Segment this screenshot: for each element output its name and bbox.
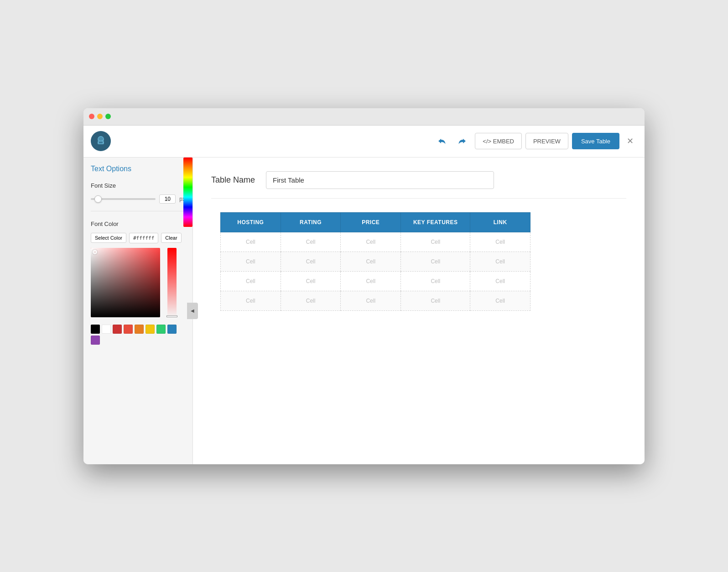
cell-2-2[interactable]: Cell [281,252,341,271]
preset-color-black[interactable] [91,325,100,334]
table-row: Cell Cell Cell Cell Cell [221,291,530,310]
cell-1-5[interactable]: Cell [470,232,530,252]
sidebar-title: Text Options [91,165,185,173]
cell-2-1[interactable]: Cell [221,252,281,271]
color-hex-display: #ffffff [129,233,158,243]
main-layout: Text Options Font Size px Font Color Sel… [83,157,645,464]
cell-2-4[interactable]: Cell [401,252,470,271]
font-color-label: Font Color [91,220,185,227]
cell-4-1[interactable]: Cell [221,291,281,310]
preset-color-green[interactable] [156,325,166,334]
alpha-bar[interactable] [167,248,177,317]
preset-color-dark-red[interactable] [113,325,122,334]
font-size-slider[interactable] [91,198,156,200]
font-size-input[interactable] [159,194,176,204]
font-size-label: Font Size [91,182,185,189]
close-window-button[interactable]: ✕ [623,134,637,148]
cell-1-2[interactable]: Cell [281,232,341,252]
cell-3-4[interactable]: Cell [401,271,470,291]
table-name-label: Table Name [211,175,255,185]
color-canvas-selector[interactable] [93,250,97,254]
embed-button[interactable]: </> EMBED [475,133,522,149]
col-header-key-features: KEY FEATURES [401,212,470,232]
cell-4-2[interactable]: Cell [281,291,341,310]
preset-color-white[interactable] [102,325,111,334]
cell-1-3[interactable]: Cell [341,232,401,252]
preset-color-red[interactable] [124,325,133,334]
color-gradient [91,248,160,317]
cell-4-5[interactable]: Cell [470,291,530,310]
font-color-section: Font Color Select Color #ffffff Clear [91,220,185,345]
table-header-row: HOSTING RATING PRICE KEY FEATURES LINK [221,212,530,232]
table-body: Cell Cell Cell Cell Cell Cell Cell Cell … [221,232,530,310]
traffic-lights [89,114,111,119]
sidebar-collapse-button[interactable]: ◀ [187,303,198,319]
cell-3-3[interactable]: Cell [341,271,401,291]
preset-color-yellow[interactable] [146,325,155,334]
cell-3-2[interactable]: Cell [281,271,341,291]
cell-3-1[interactable]: Cell [221,271,281,291]
preset-colors [91,325,185,345]
preset-color-orange[interactable] [135,325,144,334]
col-header-rating: RATING [281,212,341,232]
cell-3-5[interactable]: Cell [470,271,530,291]
content-area: Table Name HOSTING RATING PRICE KEY FEAT… [193,157,645,464]
col-header-hosting: HOSTING [221,212,281,232]
select-color-button[interactable]: Select Color [91,233,126,243]
main-window: </> EMBED PREVIEW Save Table ✕ Text Opti… [83,108,645,464]
data-table-wrapper: HOSTING RATING PRICE KEY FEATURES LINK C… [220,212,626,311]
minimize-button[interactable] [97,114,103,119]
color-picker-row [91,248,185,321]
save-table-button[interactable]: Save Table [572,133,619,149]
col-header-link: LINK [470,212,530,232]
table-name-input[interactable] [266,171,494,189]
color-spectrum-bar[interactable] [183,157,192,227]
logo-area [91,131,111,151]
clear-color-button[interactable]: Clear [161,233,181,243]
toolbar: </> EMBED PREVIEW Save Table ✕ [83,126,645,157]
data-table: HOSTING RATING PRICE KEY FEATURES LINK C… [220,212,530,311]
font-size-controls: px [91,194,185,204]
cell-4-4[interactable]: Cell [401,291,470,310]
logo-icon [91,131,111,151]
col-header-price: PRICE [341,212,401,232]
cell-2-5[interactable]: Cell [470,252,530,271]
cell-1-4[interactable]: Cell [401,232,470,252]
preset-color-blue[interactable] [167,325,177,334]
cell-2-3[interactable]: Cell [341,252,401,271]
preview-button[interactable]: PREVIEW [525,133,568,149]
toolbar-actions: </> EMBED PREVIEW Save Table ✕ [433,133,637,149]
undo-button[interactable] [433,134,450,148]
color-picker-canvas[interactable] [91,248,160,317]
font-size-section: Font Size px [91,182,185,211]
table-row: Cell Cell Cell Cell Cell [221,271,530,291]
table-row: Cell Cell Cell Cell Cell [221,252,530,271]
close-button[interactable] [89,114,94,119]
sidebar: Text Options Font Size px Font Color Sel… [83,157,193,464]
cell-4-3[interactable]: Cell [341,291,401,310]
titlebar [83,108,645,126]
cell-1-1[interactable]: Cell [221,232,281,252]
redo-button[interactable] [454,134,471,148]
table-row: Cell Cell Cell Cell Cell [221,232,530,252]
alpha-slider-thumb[interactable] [166,315,177,317]
table-head: HOSTING RATING PRICE KEY FEATURES LINK [221,212,530,232]
color-picker-controls: Select Color #ffffff Clear [91,233,185,243]
maximize-button[interactable] [105,114,111,119]
preset-color-purple[interactable] [91,336,100,345]
svg-point-2 [99,137,103,141]
svg-rect-3 [99,142,103,143]
table-name-row: Table Name [211,171,626,199]
